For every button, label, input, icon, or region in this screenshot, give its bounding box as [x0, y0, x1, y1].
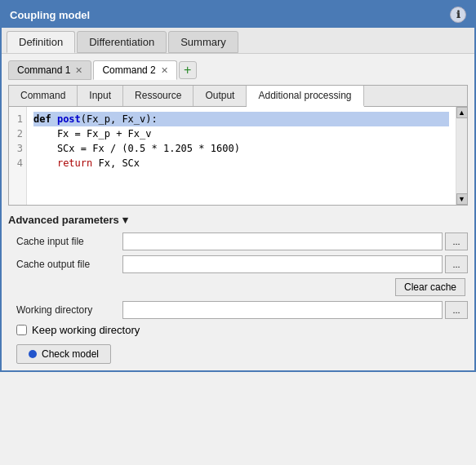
add-command-tab-button[interactable]: + [179, 61, 197, 79]
sub-tab-additional-processing[interactable]: Additional processing [247, 86, 363, 107]
info-button[interactable]: ℹ [450, 7, 466, 23]
clear-cache-button[interactable]: Clear cache [395, 278, 465, 296]
advanced-parameters-header: Advanced parameters ▾ [8, 214, 468, 226]
line-numbers: 1 2 3 4 [9, 107, 27, 205]
window-title: Coupling model [10, 9, 90, 21]
check-model-button[interactable]: Check model [16, 344, 111, 364]
cache-output-browse-button[interactable]: ... [445, 255, 468, 273]
working-dir-row: Working directory ... [8, 301, 468, 319]
cache-input-row: Cache input file ... [8, 232, 468, 250]
sub-tabs-bar: Command Input Ressource Output Additiona… [9, 86, 467, 107]
close-tab-2-icon[interactable]: ✕ [161, 65, 168, 76]
title-bar: Coupling model ℹ [2, 2, 474, 28]
code-line-3: SCx = Fx / (0.5 * 1.205 * 1600) [33, 141, 449, 156]
sub-tabs-panel: Command Input Ressource Output Additiona… [8, 85, 468, 206]
sub-tab-command[interactable]: Command [9, 86, 78, 106]
close-tab-1-icon[interactable]: ✕ [75, 65, 82, 76]
advanced-toggle-icon[interactable]: ▾ [122, 214, 128, 226]
working-dir-field[interactable] [122, 301, 443, 319]
sub-tab-input[interactable]: Input [78, 86, 123, 106]
keep-working-dir-label: Keep working directory [32, 324, 140, 336]
cache-output-row: Cache output file ... [8, 255, 468, 273]
check-model-row: Check model [8, 344, 468, 364]
code-line-2: Fx = Fx_p + Fx_v [33, 126, 449, 141]
cache-output-field[interactable] [122, 255, 443, 273]
tab-summary[interactable]: Summary [168, 31, 238, 53]
code-line-1: def post(Fx_p, Fx_v): [33, 112, 449, 126]
working-dir-browse-button[interactable]: ... [445, 301, 468, 319]
clear-cache-row: Clear cache [8, 278, 468, 296]
scroll-track [456, 118, 467, 193]
cache-input-field[interactable] [122, 232, 443, 250]
main-tabs-bar: Definition Differentiation Summary [2, 28, 474, 54]
scrollbar[interactable]: ▲ ▼ [456, 107, 467, 205]
scroll-down-button[interactable]: ▼ [456, 193, 468, 205]
cache-output-label: Cache output file [16, 259, 122, 270]
command-tab-2[interactable]: Command 2 ✕ [93, 60, 176, 80]
command-tab-1[interactable]: Command 1 ✕ [8, 60, 91, 80]
code-line-4: return Fx, SCx [33, 156, 449, 170]
working-dir-label: Working directory [16, 304, 122, 316]
command-tabs-bar: Command 1 ✕ Command 2 ✕ + [8, 60, 468, 80]
cache-input-label: Cache input file [16, 236, 122, 247]
cache-input-browse-button[interactable]: ... [445, 232, 468, 250]
keep-working-dir-checkbox[interactable] [16, 325, 27, 335]
check-model-play-icon [29, 350, 37, 358]
code-area: 1 2 3 4 def post(Fx_p, Fx_v): Fx = Fx_p … [9, 107, 467, 205]
sub-tab-ressource[interactable]: Ressource [123, 86, 194, 106]
code-content[interactable]: def post(Fx_p, Fx_v): Fx = Fx_p + Fx_v S… [27, 107, 456, 205]
tab-differentiation[interactable]: Differentiation [77, 31, 167, 53]
scroll-up-button[interactable]: ▲ [456, 107, 468, 118]
advanced-parameters-section: Advanced parameters ▾ Cache input file .… [8, 214, 468, 364]
sub-tab-output[interactable]: Output [194, 86, 247, 106]
tab-definition[interactable]: Definition [7, 31, 75, 53]
main-window: Coupling model ℹ Definition Differentiat… [0, 0, 476, 372]
keep-working-dir-row: Keep working directory [8, 324, 468, 336]
content-area: Command 1 ✕ Command 2 ✕ + Command Input … [2, 54, 474, 370]
